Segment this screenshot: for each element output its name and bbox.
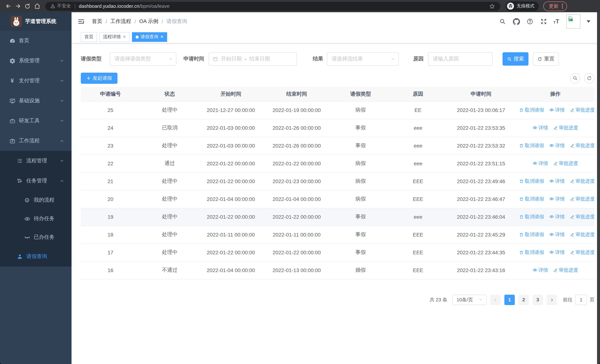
- cell-apply-time: 2022-01-22 23:49:46: [446, 172, 516, 190]
- font-size-icon[interactable]: TT: [553, 19, 559, 24]
- page-size-select[interactable]: 10条/页: [452, 295, 487, 305]
- reload-icon[interactable]: [23, 2, 32, 10]
- detail-link[interactable]: 详情: [533, 125, 548, 131]
- detail-link[interactable]: 详情: [533, 267, 548, 274]
- col-end-time: 结束时间: [262, 87, 331, 101]
- cell-actions: 取消请假 详情 审批进度: [516, 172, 594, 190]
- approval-progress-link[interactable]: 审批进度: [570, 232, 594, 238]
- sidebar-item-my-process[interactable]: 我的流程: [0, 191, 72, 209]
- sidebar-item-label: 我的流程: [34, 197, 55, 204]
- approval-progress-link[interactable]: 审批进度: [570, 249, 594, 256]
- sidebar-item-task-management[interactable]: 任务管理: [0, 171, 72, 191]
- sidebar-item-payment[interactable]: ¥ 支付管理: [0, 71, 72, 91]
- edit-pen-icon: [570, 233, 574, 237]
- sidebar-item-done-tasks[interactable]: 已办任务: [0, 228, 72, 246]
- cell-actions: 取消请假 详情 审批进度: [516, 208, 594, 226]
- cancel-leave-link[interactable]: 取消请假: [519, 232, 544, 238]
- tab-home[interactable]: 首页: [81, 32, 97, 42]
- browser-update-button[interactable]: 更新: [543, 1, 567, 11]
- show-search-toggle-button[interactable]: [570, 73, 580, 84]
- reset-button[interactable]: 重置: [533, 52, 559, 65]
- detail-link[interactable]: 详情: [549, 196, 565, 202]
- approval-progress-link[interactable]: 审批进度: [570, 196, 594, 203]
- github-icon[interactable]: [512, 18, 520, 26]
- approval-progress-link[interactable]: 审批进度: [570, 178, 594, 185]
- sidebar-item-dev-tools[interactable]: 研发工具: [0, 111, 72, 131]
- approval-progress-link[interactable]: 审批进度: [570, 142, 594, 149]
- cancel-leave-link[interactable]: 取消请假: [519, 178, 544, 185]
- close-icon[interactable]: ✕: [123, 35, 126, 39]
- create-leave-button[interactable]: 发起请假: [81, 73, 117, 84]
- cell-apply-id: 18: [81, 226, 140, 243]
- goto-page-input[interactable]: 1: [575, 295, 587, 305]
- help-icon[interactable]: [526, 18, 534, 26]
- app-logo-row[interactable]: 芋道管理系统: [0, 12, 72, 31]
- page-button-1[interactable]: 1: [504, 295, 515, 305]
- reason-input[interactable]: 请输入原因: [428, 52, 493, 65]
- back-icon[interactable]: [4, 2, 13, 10]
- tab-label: 流程详情: [103, 34, 121, 40]
- tab-leave-query[interactable]: 请假查询 ✕: [132, 32, 167, 42]
- cell-end-time: 2022-01-22 00:00:00: [262, 243, 331, 261]
- bookmark-star-icon[interactable]: [489, 3, 495, 9]
- sidebar-item-infrastructure[interactable]: 基础设施: [0, 91, 72, 111]
- browser-menu-icon[interactable]: [562, 4, 563, 9]
- approval-progress-link[interactable]: 审批进度: [570, 107, 594, 114]
- cell-leave-type: 事假: [331, 243, 390, 261]
- sidebar-collapse-icon[interactable]: [77, 18, 85, 26]
- sidebar-item-process-management[interactable]: 流程管理: [0, 151, 72, 171]
- page-button-3[interactable]: 3: [533, 295, 543, 305]
- page-button-2[interactable]: 2: [518, 295, 529, 305]
- page-scrollbar[interactable]: [597, 12, 600, 364]
- forward-icon[interactable]: [13, 2, 22, 10]
- detail-link[interactable]: 详情: [533, 160, 548, 167]
- dashboard-icon: [9, 37, 16, 44]
- leave-type-select[interactable]: 请选择请假类型: [110, 52, 176, 65]
- cell-start-time: 2022-01-04 00:00:00: [199, 261, 262, 279]
- close-icon[interactable]: ✕: [160, 35, 163, 39]
- detail-link[interactable]: 详情: [549, 107, 565, 113]
- fullscreen-icon[interactable]: [540, 18, 548, 26]
- cancel-leave-link[interactable]: 取消请假: [519, 196, 544, 203]
- approval-progress-link[interactable]: 审批进度: [553, 160, 578, 167]
- home-icon[interactable]: [33, 2, 41, 10]
- detail-link[interactable]: 详情: [549, 249, 565, 256]
- cell-apply-time: 2022-01-22 23:53:35: [446, 119, 516, 137]
- prev-page-button[interactable]: [490, 295, 501, 305]
- cell-actions: 取消请假 详情 审批进度: [516, 243, 594, 261]
- result-select[interactable]: 请选择流结果: [327, 52, 399, 65]
- approval-progress-link[interactable]: 审批进度: [553, 125, 578, 131]
- breadcrumb-oa-example[interactable]: OA 示例: [139, 18, 159, 25]
- cancel-leave-link[interactable]: 取消请假: [519, 214, 544, 220]
- edit-pen-icon: [570, 215, 574, 219]
- detail-link[interactable]: 详情: [549, 178, 565, 185]
- avatar[interactable]: [566, 14, 580, 28]
- refresh-table-button[interactable]: [584, 73, 594, 84]
- detail-link[interactable]: 详情: [549, 214, 565, 220]
- cell-apply-time: 2022-01-23 00:06:17: [446, 101, 516, 119]
- approval-progress-link[interactable]: 审批进度: [553, 267, 578, 274]
- address-bar[interactable]: 不安全 dashboard.yudao.iocoder.cn/bpm/oa/le…: [45, 2, 500, 10]
- tab-process-detail[interactable]: 流程详情 ✕: [99, 32, 130, 42]
- detail-link[interactable]: 详情: [549, 142, 565, 149]
- breadcrumb-workflow[interactable]: 工作流程: [111, 18, 131, 25]
- detail-link[interactable]: 详情: [549, 231, 565, 238]
- search-icon[interactable]: [498, 18, 506, 26]
- sidebar-item-todo-tasks[interactable]: 待办任务: [0, 209, 72, 228]
- cancel-leave-link[interactable]: 取消请假: [519, 142, 544, 149]
- cancel-leave-link[interactable]: 取消请假: [519, 107, 544, 114]
- avatar-dropdown-caret[interactable]: [587, 20, 590, 23]
- sidebar-item-home[interactable]: 首页: [0, 31, 72, 51]
- sidebar-item-label: 首页: [19, 37, 29, 44]
- breadcrumb-home[interactable]: 首页: [92, 18, 102, 25]
- search-button[interactable]: 搜索: [503, 52, 528, 65]
- cell-actions: 取消请假 详情 审批进度: [516, 101, 594, 119]
- site-security-warning[interactable]: 不安全: [50, 3, 71, 9]
- next-page-button[interactable]: [547, 295, 557, 305]
- sidebar-item-leave-query[interactable]: 请假查询: [0, 246, 72, 267]
- sidebar-item-system[interactable]: 系统管理: [0, 51, 72, 71]
- cancel-leave-link[interactable]: 取消请假: [519, 249, 544, 256]
- apply-time-range-picker[interactable]: 开始日期 - 结束日期: [209, 52, 297, 65]
- approval-progress-link[interactable]: 审批进度: [570, 214, 594, 220]
- sidebar-item-workflow[interactable]: 工作流程: [0, 131, 72, 151]
